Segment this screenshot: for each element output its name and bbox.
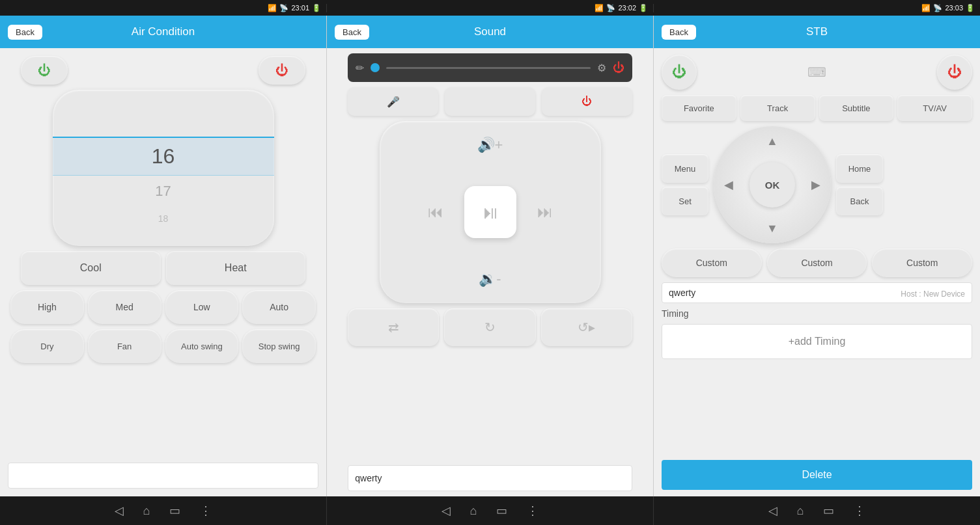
sound-qwerty-input[interactable] [348, 465, 632, 491]
stb-power-on-button[interactable]: ⏻ [662, 55, 697, 90]
nav-right-button[interactable]: ▶ [806, 175, 826, 195]
ac-high-button[interactable]: High [10, 290, 84, 324]
sound-btn-left[interactable]: 🎤 [348, 87, 438, 116]
stb-delete-button[interactable]: Delete [662, 460, 972, 490]
stb-custom-2-button[interactable]: Custom [767, 249, 867, 277]
ac-body: ⏻ ⏻ 16 17 18 Cool Heat High Med [0, 48, 326, 496]
back-nav-icon-1[interactable]: ◁ [115, 504, 124, 518]
stb-power-off-button[interactable]: ⏻ [937, 55, 972, 90]
back-nav-icon-2[interactable]: ◁ [441, 504, 451, 518]
toolbar-slider[interactable] [386, 67, 591, 69]
menu-nav-icon-2[interactable]: ⋮ [527, 504, 539, 518]
stb-set-button[interactable]: Set [662, 187, 708, 215]
ac-heat-button[interactable]: Heat [166, 251, 306, 285]
sound-panel: Back Sound ✏ ⚙ ⏻ 🎤 ⏻ 🔊+ ⏮ [327, 16, 654, 496]
ac-low-button[interactable]: Low [165, 290, 239, 324]
stb-right-btns: Home Back [836, 154, 883, 215]
stb-host-label: Host : New Device [901, 289, 965, 299]
time-2: 23:02 [618, 4, 636, 12]
ac-title: Air Condition [132, 25, 195, 38]
recents-nav-icon-2[interactable]: ▭ [496, 504, 507, 518]
ac-back-button[interactable]: Back [8, 25, 42, 40]
ac-mode-row: Cool Heat [8, 251, 318, 285]
stb-nav-area: Menu Set ▲ ◀ OK ▶ ▼ Home Back [662, 126, 972, 243]
stb-keyboard-icon: ⌨ [807, 64, 826, 80]
menu-nav-icon-1[interactable]: ⋮ [200, 504, 212, 518]
stb-menu-button[interactable]: Menu [662, 154, 708, 183]
temp-next-value: 17 [155, 176, 171, 207]
play-pause-button[interactable]: ⏯ [464, 186, 516, 238]
temperature-wheel[interactable]: 16 17 18 [53, 90, 274, 246]
sound-title: Sound [474, 25, 506, 38]
stb-back-button[interactable]: Back [836, 187, 883, 215]
ac-dry-button[interactable]: Dry [10, 329, 84, 363]
ac-qwerty-input[interactable] [8, 463, 318, 489]
shuffle-button[interactable]: ⇄ [348, 308, 439, 346]
main-content: Back Air Condition ⏻ ⏻ 16 17 18 [0, 16, 980, 496]
ac-power-on-button[interactable]: ⏻ [21, 56, 68, 85]
ac-power-off-button[interactable]: ⏻ [259, 56, 305, 85]
time-3: 23:03 [945, 4, 963, 12]
recents-nav-icon-1[interactable]: ▭ [169, 504, 180, 518]
ac-auto-button[interactable]: Auto [242, 290, 316, 324]
next-button[interactable]: ⏭ [529, 196, 561, 228]
recents-nav-icon-3[interactable]: ▭ [823, 504, 834, 518]
volume-up-icon[interactable]: 🔊+ [477, 137, 503, 154]
ac-auto-swing-button[interactable]: Auto swing [165, 329, 239, 363]
stb-timing-label: Timing [662, 308, 689, 319]
sound-back-button[interactable]: Back [335, 25, 369, 40]
stb-back-button[interactable]: Back [662, 25, 696, 40]
back-nav-icon-3[interactable]: ◁ [768, 504, 777, 518]
sound-btn-right[interactable]: ⏻ [542, 87, 632, 116]
battery-icon-2: 🔋 [639, 4, 648, 12]
wifi-icon-3: 📡 [933, 4, 942, 12]
home-nav-icon-3[interactable]: ⌂ [797, 504, 804, 518]
stb-power-on-icon: ⏻ [672, 64, 686, 81]
repeat-one-button[interactable]: ↺▸ [541, 308, 632, 346]
prev-button[interactable]: ⏮ [420, 196, 451, 228]
nav-circle: ▲ ◀ OK ▶ ▼ [714, 126, 831, 243]
wifi-icon-1: 📡 [279, 4, 288, 12]
repeat-button[interactable]: ↻ [444, 308, 535, 346]
power-on-icon: ⏻ [38, 63, 51, 78]
ac-power-row: ⏻ ⏻ [8, 56, 318, 85]
stb-add-timing-button[interactable]: +add Timing [662, 324, 972, 359]
battery-icon-1: 🔋 [312, 4, 321, 12]
stb-panel: Back STB ⏻ ⌨ ⏻ Favorite Track Subtitle T… [654, 16, 980, 496]
ac-stop-swing-button[interactable]: Stop swing [242, 329, 316, 363]
home-nav-icon-2[interactable]: ⌂ [470, 504, 477, 518]
nav-ok-button[interactable]: OK [749, 162, 795, 208]
ac-cool-button[interactable]: Cool [21, 251, 161, 285]
stb-custom-3-button[interactable]: Custom [872, 249, 972, 277]
ac-med-button[interactable]: Med [88, 290, 161, 324]
ac-fan-button[interactable]: Fan [88, 329, 161, 363]
home-nav-icon-1[interactable]: ⌂ [143, 504, 150, 518]
toolbar-dot [371, 63, 380, 72]
stb-tvav-button[interactable]: TV/AV [897, 95, 972, 121]
battery-icon-3: 🔋 [966, 4, 975, 12]
volume-down-icon[interactable]: 🔉- [479, 271, 501, 288]
sound-top-btn-row: 🎤 ⏻ [348, 87, 632, 116]
stb-title: STB [806, 25, 828, 38]
sound-power-icon[interactable]: ⏻ [613, 61, 624, 75]
stb-custom-1-button[interactable]: Custom [662, 249, 762, 277]
stb-track-button[interactable]: Track [740, 95, 815, 121]
stb-home-button[interactable]: Home [836, 154, 883, 183]
stb-top-row: ⏻ ⌨ ⏻ [662, 55, 972, 90]
tune-icon[interactable]: ⚙ [597, 62, 606, 74]
stb-favorite-button[interactable]: Favorite [662, 95, 736, 121]
ac-swing-row: Dry Fan Auto swing Stop swing [8, 329, 318, 363]
menu-nav-icon-3[interactable]: ⋮ [854, 504, 865, 518]
nav-down-button[interactable]: ▼ [763, 219, 782, 238]
nav-up-button[interactable]: ▲ [763, 131, 782, 151]
stb-power-off-icon: ⏻ [947, 64, 962, 81]
nav-left-button[interactable]: ◀ [719, 175, 738, 195]
status-section-2: 📶 📡 23:02 🔋 [327, 4, 654, 12]
stb-header: Back STB [654, 16, 980, 48]
stb-subtitle-button[interactable]: Subtitle [819, 95, 894, 121]
sound-btn-center[interactable] [445, 87, 535, 116]
nav-bar: ◁ ⌂ ▭ ⋮ ◁ ⌂ ▭ ⋮ ◁ ⌂ ▭ ⋮ [0, 496, 980, 525]
nav-bar-section-3: ◁ ⌂ ▭ ⋮ [654, 496, 980, 525]
status-section-3: 📶 📡 23:03 🔋 [654, 4, 980, 12]
sound-toolbar: ✏ ⚙ ⏻ [348, 53, 632, 82]
